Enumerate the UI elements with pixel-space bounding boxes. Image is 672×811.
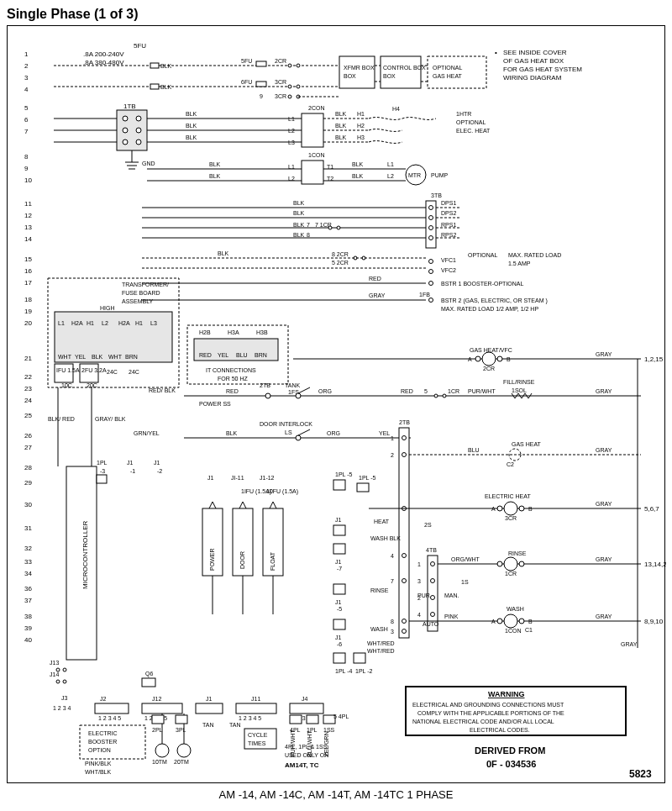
svg-text:BSTR 2 (GAS, ELECTRIC, OR STEA: BSTR 2 (GAS, ELECTRIC, OR STEAM ) — [441, 298, 548, 304]
svg-point-245 — [519, 506, 524, 511]
svg-text:4TB: 4TB — [426, 547, 437, 553]
svg-text:GRAY: GRAY — [596, 447, 612, 453]
svg-text:6FU: 6FU — [241, 79, 252, 85]
svg-text:1: 1 — [24, 50, 29, 58]
svg-text:7: 7 — [391, 578, 394, 584]
transformer-assembly: TRANSFORMER/ FUSE BOARD ASSEMBLY HIGH L1… — [48, 278, 179, 388]
svg-text:H3: H3 — [357, 134, 365, 140]
svg-point-73 — [123, 116, 128, 121]
svg-text:GRAY: GRAY — [596, 556, 612, 562]
svg-text:1PL
-4: 1PL -4 — [335, 668, 352, 674]
svg-point-244 — [497, 506, 502, 511]
svg-text:1PL: 1PL — [97, 460, 108, 466]
svg-text:1FB: 1FB — [419, 292, 430, 298]
svg-text:BLU: BLU — [236, 352, 248, 358]
page-title: Single Phase (1 of 3) — [7, 7, 665, 22]
svg-text:19: 19 — [24, 308, 32, 315]
svg-point-362 — [155, 744, 169, 757]
svg-text:TAN: TAN — [229, 722, 240, 728]
svg-text:H2A: H2A — [118, 320, 130, 326]
svg-text:3CR: 3CR — [505, 515, 517, 521]
svg-text:36: 36 — [24, 585, 32, 592]
svg-text:23: 23 — [24, 385, 32, 392]
svg-text:22: 22 — [24, 373, 32, 381]
svg-text:J1: J1 — [335, 517, 342, 523]
svg-point-118 — [429, 236, 433, 240]
svg-text:H1: H1 — [357, 111, 365, 117]
svg-text:RPS2: RPS2 — [441, 232, 456, 238]
svg-rect-338 — [354, 653, 365, 663]
svg-text:BLK: BLK — [186, 111, 197, 117]
svg-point-270 — [504, 557, 517, 571]
svg-text:27: 27 — [24, 444, 32, 451]
svg-text:H1: H1 — [135, 320, 143, 326]
svg-text:RED: RED — [226, 388, 239, 394]
svg-text:BLK/
RED: BLK/ RED — [48, 416, 75, 422]
svg-point-75 — [123, 128, 128, 133]
svg-text:AM14T, TC: AM14T, TC — [285, 761, 319, 769]
svg-text:ELECTRIC HEAT: ELECTRIC HEAT — [485, 493, 531, 499]
svg-text:14: 14 — [24, 235, 32, 243]
fuse-spec: 5FU .8A 200-240V .8A 380-480V — [83, 42, 146, 66]
svg-text:32: 32 — [24, 545, 32, 552]
svg-text:5FU: 5FU — [241, 58, 252, 64]
svg-text:ORG: ORG — [318, 388, 332, 394]
svg-text:18: 18 — [24, 296, 32, 303]
svg-text:10TM: 10TM — [152, 759, 167, 765]
svg-text:B: B — [507, 356, 511, 362]
svg-text:BLK: BLK — [186, 134, 197, 140]
svg-text:1CR: 1CR — [448, 388, 459, 394]
svg-text:1PL
-5: 1PL -5 — [335, 471, 352, 477]
svg-rect-340 — [142, 678, 155, 687]
svg-point-261 — [431, 613, 435, 617]
wiring-diagram: 1 2 3 4 5 6 7 8 9 10 11 12 13 14 15 16 1… — [8, 26, 666, 782]
svg-text:5,6,7: 5,6,7 — [644, 505, 659, 513]
svg-text:J4: J4 — [302, 696, 308, 702]
svg-point-115 — [429, 206, 433, 210]
svg-point-146 — [429, 298, 433, 303]
svg-text:2TB: 2TB — [260, 382, 270, 388]
svg-text:2CR: 2CR — [275, 58, 286, 64]
svg-text:L2: L2 — [102, 320, 108, 326]
svg-point-305 — [56, 680, 60, 683]
svg-text:16: 16 — [24, 267, 32, 275]
svg-text:3PL: 3PL — [176, 727, 186, 733]
svg-text:7: 7 — [24, 128, 29, 135]
svg-text:GND: GND — [142, 161, 155, 166]
svg-text:1S: 1S — [461, 579, 469, 585]
svg-text:DERIVED FROM: DERIVED FROM — [475, 745, 545, 756]
svg-text:DOOR: DOOR — [239, 551, 245, 569]
svg-rect-54 — [256, 82, 266, 87]
svg-text:BOOSTER: BOOSTER — [88, 739, 117, 745]
svg-text:FLOAT: FLOAT — [270, 551, 276, 571]
svg-text:34: 34 — [24, 570, 32, 577]
svg-text:8: 8 — [24, 153, 29, 161]
svg-text:BLK: BLK — [335, 123, 347, 129]
svg-text:ORG: ORG — [327, 430, 340, 436]
drawing-number: 5823 — [629, 768, 652, 780]
svg-text:J14: J14 — [50, 671, 59, 677]
svg-text:24: 24 — [24, 397, 32, 404]
svg-point-191 — [497, 356, 502, 361]
svg-point-232 — [402, 619, 407, 624]
svg-text:TRANSFORMER/: TRANSFORMER/ — [122, 282, 169, 287]
svg-text:BLK: BLK — [352, 161, 364, 167]
svg-point-57 — [297, 64, 300, 67]
svg-text:J1: J1 — [335, 559, 342, 565]
svg-rect-325 — [333, 525, 345, 535]
svg-point-268 — [497, 561, 502, 566]
electric-booster-option: ELECTRIC BOOSTER OPTION PINK/BLK WHT/BLK — [80, 725, 145, 775]
svg-point-269 — [519, 561, 524, 566]
svg-text:SEE INSIDE COVER: SEE INSIDE COVER — [503, 49, 567, 56]
svg-text:8: 8 — [391, 619, 394, 624]
svg-text:2CON: 2CON — [308, 105, 324, 111]
svg-text:37: 37 — [24, 597, 32, 604]
svg-text:L1: L1 — [387, 161, 394, 167]
svg-text:ORG/WHT: ORG/WHT — [451, 556, 480, 562]
svg-text:1,2,15: 1,2,15 — [644, 355, 664, 363]
svg-text:J3: J3 — [61, 695, 68, 701]
svg-text:5: 5 — [24, 104, 29, 112]
svg-text:BLK: BLK — [209, 173, 221, 179]
svg-text:GRAY: GRAY — [596, 351, 612, 357]
svg-text:1 2 3 4: 1 2 3 4 — [53, 705, 71, 711]
